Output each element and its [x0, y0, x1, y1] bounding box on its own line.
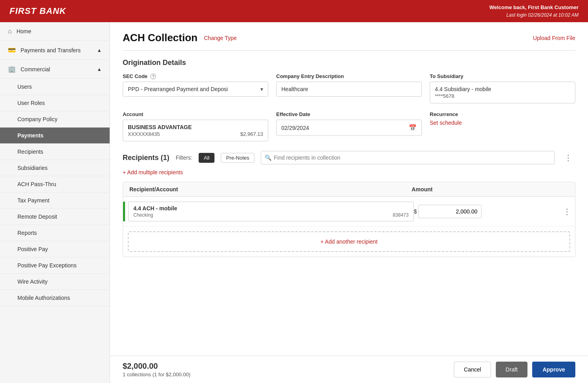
sidebar-label-reports: Reports: [17, 230, 37, 236]
sidebar-item-wire-activity[interactable]: Wire Activity: [0, 274, 110, 290]
amount-input[interactable]: [418, 205, 482, 218]
sidebar-label-recipients: Recipients: [17, 149, 43, 155]
account-label: Account: [123, 111, 268, 117]
sidebar-label-company-policy: Company Policy: [17, 116, 57, 122]
recipients-table: Recipient/Account Amount 4.4 ACH - mobil…: [123, 182, 575, 257]
page-title: ACH Collection: [123, 32, 197, 44]
table-header: Recipient/Account Amount: [123, 182, 575, 197]
sidebar-label-home: Home: [17, 28, 31, 34]
recipient-cell: 4.4 ACH - mobile Checking 838473: [123, 202, 414, 221]
dropdown-chevron-icon: ▾: [260, 86, 263, 92]
sidebar-item-home[interactable]: ⌂ Home: [0, 22, 110, 41]
sidebar-item-reports[interactable]: Reports: [0, 225, 110, 241]
brand-logo: FIRST BANK: [9, 6, 66, 16]
sidebar: ⌂ Home 💳 Payments and Transfers ▲ 🏢 Comm…: [0, 22, 110, 383]
filter-prenotes-button[interactable]: Pre-Notes: [221, 153, 254, 163]
sidebar-item-commercial[interactable]: 🏢 Commercial ▲: [0, 60, 110, 79]
col-amount: Amount: [412, 186, 553, 192]
sec-code-group: SEC Code ? PPD - Prearranged Payment and…: [123, 73, 268, 103]
sidebar-item-payments-transfers[interactable]: 💳 Payments and Transfers ▲: [0, 41, 110, 60]
sidebar-item-recipients[interactable]: Recipients: [0, 144, 110, 160]
sidebar-label-payments: Payments: [17, 132, 44, 139]
origination-section: Origination Details SEC Code ? PPD - Pre…: [123, 59, 575, 141]
account-number: XXXXXX8435: [128, 131, 160, 137]
sidebar-label-user-roles: User Roles: [17, 100, 45, 106]
sidebar-label-commercial: Commercial: [21, 66, 50, 72]
sidebar-item-positive-pay[interactable]: Positive Pay: [0, 241, 110, 257]
filters-label: Filters:: [176, 154, 192, 161]
subsidiary-name: 4.4 Subsidiary - mobile: [435, 86, 570, 92]
recipient-name: 4.4 ACH - mobile: [133, 205, 409, 212]
main-layout: ⌂ Home 💳 Payments and Transfers ▲ 🏢 Comm…: [0, 22, 588, 383]
sidebar-label-positive-pay-exceptions: Positive Pay Exceptions: [17, 262, 76, 269]
effective-date-value: 02/29/2024: [281, 125, 309, 131]
upload-from-file-link[interactable]: Upload From File: [533, 35, 575, 41]
to-subsidiary-group: To Subsidiary 4.4 Subsidiary - mobile **…: [430, 73, 575, 103]
header-welcome: Welcome back, First Bank Customer Last l…: [489, 4, 579, 19]
welcome-text: Welcome back, First Bank Customer: [489, 4, 579, 11]
account-balance: $2,967.13: [240, 131, 263, 137]
add-another-recipient-button[interactable]: + Add another recipient: [128, 231, 570, 252]
recipient-type: Checking: [133, 212, 153, 218]
recipients-title: Recipients (1): [123, 154, 169, 162]
sec-code-select[interactable]: PPD - Prearranged Payment and Deposi ▾: [123, 82, 268, 97]
sidebar-label-positive-pay: Positive Pay: [17, 246, 48, 252]
origination-title: Origination Details: [123, 59, 575, 67]
card-icon: 💳: [8, 46, 16, 54]
company-entry-input[interactable]: [276, 82, 422, 97]
subsidiary-account: ****5678: [435, 93, 570, 99]
sidebar-item-remote-deposit[interactable]: Remote Deposit: [0, 209, 110, 225]
draft-button[interactable]: Draft: [496, 362, 527, 377]
sec-code-help-icon[interactable]: ?: [150, 74, 156, 79]
chevron-up-icon: ▲: [97, 48, 102, 53]
row-more-button[interactable]: ⋮: [559, 207, 575, 216]
recipients-section: Recipients (1) Filters: All Pre-Notes 🔍 …: [123, 151, 575, 257]
sidebar-item-payments[interactable]: Payments: [0, 128, 110, 144]
search-box: 🔍: [261, 151, 555, 164]
filter-all-button[interactable]: All: [199, 153, 214, 163]
page-title-area: ACH Collection Change Type: [123, 32, 237, 44]
subsidiary-box: 4.4 Subsidiary - mobile ****5678: [430, 82, 575, 103]
sidebar-label-tax-payment: Tax Payment: [17, 197, 49, 204]
set-schedule-link[interactable]: Set schedule: [430, 120, 462, 126]
effective-date-label: Effective Date: [276, 111, 422, 117]
account-group: Account BUSINESS ADVANTAGE XXXXXX8435 $2…: [123, 111, 268, 141]
sidebar-item-users[interactable]: Users: [0, 79, 110, 95]
change-type-link[interactable]: Change Type: [204, 35, 237, 41]
header-divider: [123, 50, 575, 51]
approve-button[interactable]: Approve: [532, 362, 575, 377]
sidebar-label-payments-transfers: Payments and Transfers: [21, 47, 81, 53]
footer-summary: $2,000.00 1 collections (1 for $2,000.00…: [123, 362, 190, 377]
add-multiple-link[interactable]: + Add multiple recipients: [123, 169, 575, 175]
amount-cell: $: [414, 205, 559, 218]
sidebar-label-remote-deposit: Remote Deposit: [17, 213, 57, 220]
sidebar-label-mobile-authorizations: Mobile Authorizations: [17, 295, 70, 301]
footer-buttons: Cancel Draft Approve: [454, 362, 575, 377]
calendar-icon[interactable]: 📅: [409, 124, 417, 131]
effective-date-control[interactable]: 02/29/2024 📅: [276, 120, 422, 136]
search-input[interactable]: [261, 151, 555, 164]
sidebar-item-positive-pay-exceptions[interactable]: Positive Pay Exceptions: [0, 257, 110, 274]
to-subsidiary-label: To Subsidiary: [430, 73, 575, 79]
sidebar-item-user-roles[interactable]: User Roles: [0, 95, 110, 111]
recipient-info: 4.4 ACH - mobile Checking 838473: [128, 202, 414, 221]
company-entry-group: Company Entry Description: [276, 73, 422, 103]
more-options-button[interactable]: ⋮: [561, 151, 575, 164]
footer: $2,000.00 1 collections (1 for $2,000.00…: [110, 356, 588, 383]
sidebar-label-wire-activity: Wire Activity: [17, 278, 47, 285]
sidebar-item-tax-payment[interactable]: Tax Payment: [0, 192, 110, 209]
cancel-button[interactable]: Cancel: [454, 362, 491, 377]
recipient-acct-number: 838473: [393, 212, 409, 218]
sidebar-item-mobile-authorizations[interactable]: Mobile Authorizations: [0, 290, 110, 306]
account-box: BUSINESS ADVANTAGE XXXXXX8435 $2,967.13: [123, 120, 268, 141]
recurrence-label: Recurrence: [430, 111, 575, 117]
building-icon: 🏢: [8, 65, 16, 73]
sidebar-item-subsidiaries[interactable]: Subsidiaries: [0, 160, 110, 176]
recipients-header: Recipients (1) Filters: All Pre-Notes 🔍 …: [123, 151, 575, 164]
collections-info: 1 collections (1 for $2,000.00): [123, 372, 190, 377]
sidebar-item-ach-pass-thru[interactable]: ACH Pass-Thru: [0, 176, 110, 192]
sidebar-label-users: Users: [17, 84, 32, 90]
sidebar-label-ach-pass-thru: ACH Pass-Thru: [17, 181, 56, 187]
sec-code-value: PPD - Prearranged Payment and Deposi: [128, 86, 228, 92]
sidebar-item-company-policy[interactable]: Company Policy: [0, 111, 110, 128]
